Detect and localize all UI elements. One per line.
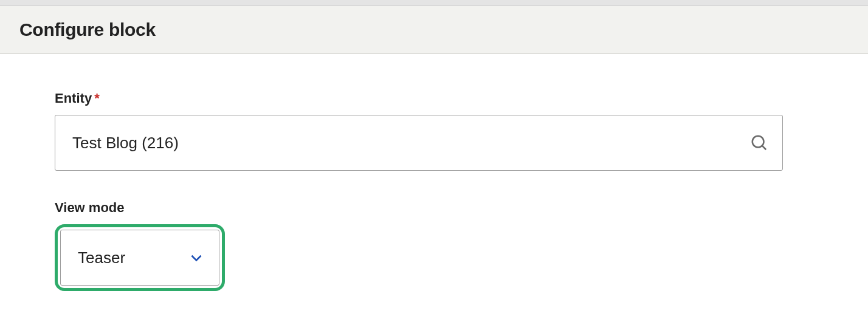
view-mode-highlight: Teaser xyxy=(55,224,225,291)
view-mode-label: View mode xyxy=(55,200,813,216)
chevron-down-icon xyxy=(188,250,204,266)
top-divider xyxy=(0,0,868,6)
entity-field-group: Entity* xyxy=(55,91,813,171)
entity-label-text: Entity xyxy=(55,91,92,106)
view-mode-selected-value: Teaser xyxy=(78,249,125,267)
header-bar: Configure block xyxy=(0,6,868,54)
view-mode-select[interactable]: Teaser xyxy=(60,230,219,286)
view-mode-field-group: View mode Teaser xyxy=(55,200,813,291)
page-title: Configure block xyxy=(19,19,849,40)
entity-input-wrap xyxy=(55,115,783,171)
entity-input[interactable] xyxy=(55,115,783,171)
form-content: Entity* View mode Teaser xyxy=(0,54,868,319)
required-indicator: * xyxy=(94,91,100,106)
entity-label: Entity* xyxy=(55,91,813,106)
